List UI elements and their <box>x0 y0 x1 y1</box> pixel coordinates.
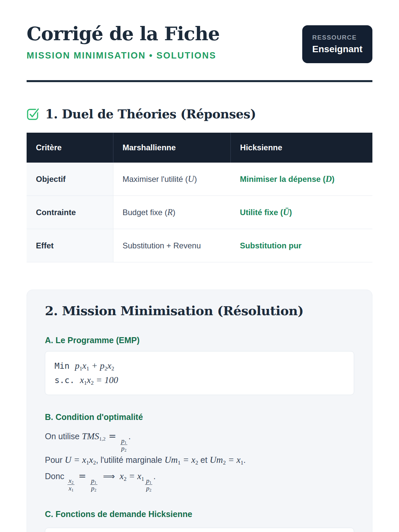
hicksian-demand-box <box>45 528 354 532</box>
badge-value: Enseignant <box>312 44 362 55</box>
table-row: Objectif Maximiser l'utilité (U) Minimis… <box>27 163 372 196</box>
marshall-cell: Substitution + Revenu <box>113 229 231 262</box>
keyword-min: Min <box>55 361 69 371</box>
hicks-cell: Substitution pur <box>231 229 372 262</box>
math-var: D <box>326 174 332 184</box>
fraction-p1-p2: p1p2 <box>120 437 128 452</box>
optimality-paragraph: On utilise TMS1,2=p1p2. Pour U = x1x2, l… <box>45 428 354 492</box>
page: Corrigé de la Fiche MISSION MINIMISATION… <box>0 0 399 532</box>
optimality-line-1: On utilise TMS1,2=p1p2. <box>45 428 354 452</box>
math-var: U <box>188 174 194 184</box>
section2-heading: 2. Mission Minimisation (Résolution) <box>45 303 354 318</box>
math-result: x2 = x1 <box>120 471 144 481</box>
hicks-cell: Minimiser la dépense (D) <box>231 163 372 196</box>
section1-heading-text: 1. Duel de Théories (Réponses) <box>45 107 256 121</box>
fraction-p1-p2: p1p2 <box>145 477 152 492</box>
program-line-constraint: s.c.x1x2 = 100 <box>55 373 344 387</box>
marshall-cell: Budget fixe (R) <box>113 196 231 229</box>
row-label: Objectif <box>27 163 113 196</box>
implies-arrow-icon: ⟹ <box>103 471 115 481</box>
header-marshallienne: Marshallienne <box>113 133 231 163</box>
hicks-cell: Utilité fixe (Ū) <box>231 196 372 229</box>
row-label: Effet <box>27 229 113 262</box>
header-critere: Critère <box>27 133 113 163</box>
math-var: R <box>167 207 173 217</box>
optimality-line-2: Pour U = x1x2, l'utilité marginale Um1 =… <box>45 452 354 468</box>
divider <box>27 80 372 82</box>
part-c-heading: C. Fonctions de demande Hicksienne <box>45 509 354 519</box>
optimality-line-3: Donc x2x1=p1p2⟹x2 = x1p1p2. <box>45 468 354 492</box>
fraction-x2-x1: x2x1 <box>67 477 74 492</box>
teacher-resource-badge: RESSOURCE Enseignant <box>302 25 372 63</box>
table-row: Effet Substitution + Revenu Substitution… <box>27 229 372 262</box>
header: Corrigé de la Fiche MISSION MINIMISATION… <box>27 23 372 61</box>
badge-label: RESSOURCE <box>312 34 362 42</box>
table-row: Contrainte Budget fixe (R) Utilité fixe … <box>27 196 372 229</box>
fraction-p1-p2: p1p2 <box>90 477 97 492</box>
section1-heading: 1. Duel de Théories (Réponses) <box>27 107 372 121</box>
math-um2: Um2 = x1 <box>210 455 243 465</box>
part-a-heading: A. Le Programme (EMP) <box>45 335 354 345</box>
section-theories: 1. Duel de Théories (Réponses) Critère M… <box>27 107 372 262</box>
math-um1: Um1 = x2 <box>165 455 198 465</box>
math-utility: U = x1x2 <box>65 455 96 465</box>
section-resolution: 2. Mission Minimisation (Résolution) A. … <box>27 290 372 532</box>
comparison-table: Critère Marshallienne Hicksienne Objecti… <box>27 133 372 262</box>
objective-math: p1x1 + p2x2 <box>75 360 114 371</box>
math-var: Ū <box>283 207 289 217</box>
header-hicksienne: Hicksienne <box>231 133 372 163</box>
program-line-objective: Minp1x1 + p2x2 <box>55 359 344 373</box>
constraint-math: x1x2 = 100 <box>80 375 118 385</box>
checkbox-checked-icon <box>27 108 39 120</box>
table-header: Critère Marshallienne Hicksienne <box>27 133 372 163</box>
math-tms: TMS <box>82 431 99 441</box>
part-b-heading: B. Condition d'optimalité <box>45 412 354 422</box>
row-label: Contrainte <box>27 196 113 229</box>
tms-subscript: 1,2 <box>99 436 105 442</box>
program-box: Minp1x1 + p2x2 s.c.x1x2 = 100 <box>45 351 354 395</box>
marshall-cell: Maximiser l'utilité (U) <box>113 163 231 196</box>
keyword-sc: s.c. <box>55 375 74 385</box>
